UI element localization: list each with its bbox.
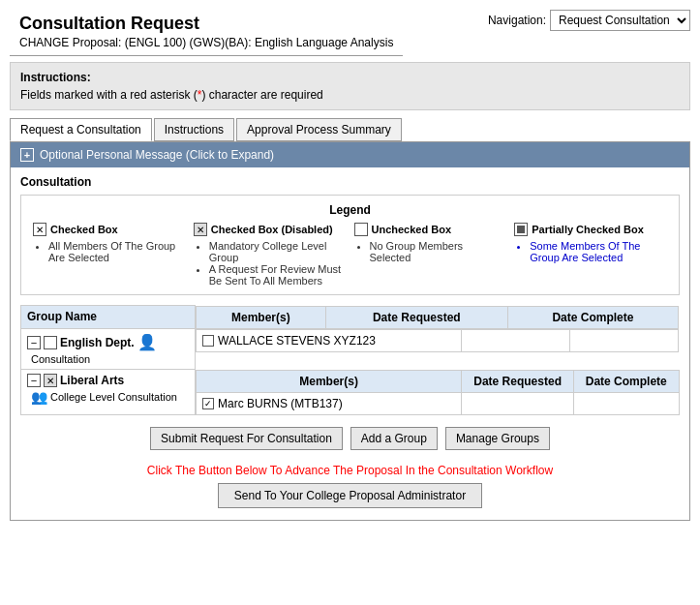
instructions-box: Instructions: Fields marked with a red a…	[10, 62, 690, 110]
legend-items: ✕ Checked Box All Members Of The Group A…	[29, 223, 671, 287]
add-group-button[interactable]: Add a Group	[350, 427, 438, 450]
liberal-arts-checkbox: ✕	[44, 374, 57, 387]
checked-disabled-box-icon: ✕	[194, 223, 207, 236]
consultation-section-title: Consultation	[20, 175, 680, 189]
tab-instructions[interactable]: Instructions	[154, 118, 234, 141]
list-item: WALLACE STEVENS XYZ123	[197, 329, 679, 351]
legend-item-unchecked: Unchecked Box No Group Members Selected	[350, 223, 511, 287]
send-to-college-button[interactable]: Send To Your College Proposal Administra…	[218, 483, 482, 508]
legend-partial-label: Partially Checked Box	[532, 224, 644, 235]
buttons-row: Submit Request For Consultation Add a Gr…	[20, 419, 680, 458]
navigation-label: Navigation:	[488, 14, 546, 27]
legend-item-checked: ✕ Checked Box All Members Of The Group A…	[29, 223, 190, 287]
page-title: Consultation Request	[10, 6, 403, 36]
date-requested-header: Date Requested	[325, 306, 507, 328]
english-dept-checkbox[interactable]	[44, 336, 57, 349]
liberal-arts-members-table: Member(s) Date Requested Date Complete	[196, 370, 680, 415]
legend-checked-bullet-1: All Members Of The Group Are Selected	[48, 240, 186, 263]
marc-burns-name: Marc BURNS (MTB137)	[218, 397, 343, 410]
members-header: Member(s)	[197, 306, 326, 328]
instructions-title: Instructions:	[20, 71, 680, 84]
table-row: − English Dept. 👤 Consultation	[21, 329, 680, 370]
date-complete-header: Date Complete	[507, 306, 678, 328]
legend-checked-disabled-bullet-2: A Request For Review Must Be Sent To All…	[209, 263, 347, 287]
navigation-select[interactable]: Request Consultation View Consultation	[550, 10, 690, 31]
liberal-arts-sublabel: College Level Consultation	[50, 391, 177, 403]
liberal-arts-person-icon: 👥	[31, 389, 47, 405]
wallace-date-requested	[461, 329, 569, 351]
legend-partial-bullet-1: Some Members Of The Group Are Selected	[530, 240, 667, 263]
wallace-stevens-name: WALLACE STEVENS XYZ123	[218, 334, 376, 348]
partial-box-icon	[514, 223, 528, 236]
page-subtitle: CHANGE Proposal: (ENGL 100) (GWS)(BA): E…	[10, 36, 403, 56]
consultation-section: Consultation Legend ✕ Checked Box All Me…	[11, 167, 689, 520]
table-row: − ✕ Liberal Arts 👥 College Level Consult…	[21, 370, 680, 415]
expand-bar[interactable]: + Optional Personal Message (Click to Ex…	[11, 142, 689, 167]
expand-icon: +	[20, 148, 34, 162]
wallace-stevens-checkbox[interactable]	[202, 335, 214, 347]
collapse-liberal-arts-icon[interactable]: −	[27, 374, 41, 387]
english-dept-sublabel: Consultation	[31, 353, 189, 365]
wallace-date-complete	[569, 329, 678, 351]
legend-box: Legend ✕ Checked Box All Members Of The …	[20, 195, 680, 295]
liberal-arts-date-requested-header: Date Requested	[462, 370, 574, 392]
legend-title: Legend	[29, 203, 671, 217]
legend-item-checked-disabled: ✕ Checked Box (Disabled) Mandatory Colle…	[190, 223, 350, 287]
advance-section: Click The Button Below To Advance The Pr…	[20, 458, 680, 512]
manage-groups-button[interactable]: Manage Groups	[445, 427, 550, 450]
marc-burns-date-complete	[574, 392, 679, 414]
marc-burns-date-requested	[462, 392, 574, 414]
tab-content: + Optional Personal Message (Click to Ex…	[10, 141, 690, 521]
asterisk: *	[198, 88, 202, 102]
liberal-arts-members-header: Member(s)	[197, 370, 462, 392]
group-header-inner: Member(s) Date Requested Date Complete	[196, 306, 679, 329]
list-item: ✓ Marc BURNS (MTB137)	[197, 392, 680, 414]
legend-unchecked-label: Unchecked Box	[372, 224, 452, 235]
advance-message: Click The Button Below To Advance The Pr…	[20, 464, 680, 477]
tab-request-consultation[interactable]: Request a Consultation	[10, 118, 152, 141]
submit-consultation-button[interactable]: Submit Request For Consultation	[150, 427, 343, 450]
tab-approval-process-summary[interactable]: Approval Process Summary	[236, 118, 402, 141]
legend-checked-label: Checked Box	[50, 224, 118, 235]
group-name-header: Group Name	[21, 306, 196, 329]
expand-label: Optional Personal Message (Click to Expa…	[40, 148, 274, 162]
tabs-container: Request a Consultation Instructions Appr…	[10, 118, 690, 141]
checked-box-icon: ✕	[33, 223, 46, 236]
english-dept-name: English Dept.	[60, 336, 135, 349]
legend-item-partial: Partially Checked Box Some Members Of Th…	[510, 223, 671, 287]
legend-checked-disabled-bullet-1: Mandatory College Level Group	[209, 240, 347, 263]
liberal-arts-date-complete-header: Date Complete	[574, 370, 679, 392]
unchecked-box-icon	[354, 223, 368, 236]
marc-burns-checkbox: ✓	[202, 398, 214, 409]
english-dept-person-icon: 👤	[137, 333, 157, 351]
legend-checked-disabled-label: Checked Box (Disabled)	[211, 224, 333, 235]
english-members-table: WALLACE STEVENS XYZ123	[196, 329, 679, 352]
instructions-text: Fields marked with a red asterisk (*) ch…	[20, 88, 680, 102]
legend-unchecked-bullet-1: No Group Members Selected	[370, 240, 507, 263]
collapse-english-icon[interactable]: −	[27, 336, 41, 349]
liberal-arts-name: Liberal Arts	[60, 374, 124, 387]
groups-table: Group Name Member(s) Date Requested Date…	[20, 305, 680, 415]
